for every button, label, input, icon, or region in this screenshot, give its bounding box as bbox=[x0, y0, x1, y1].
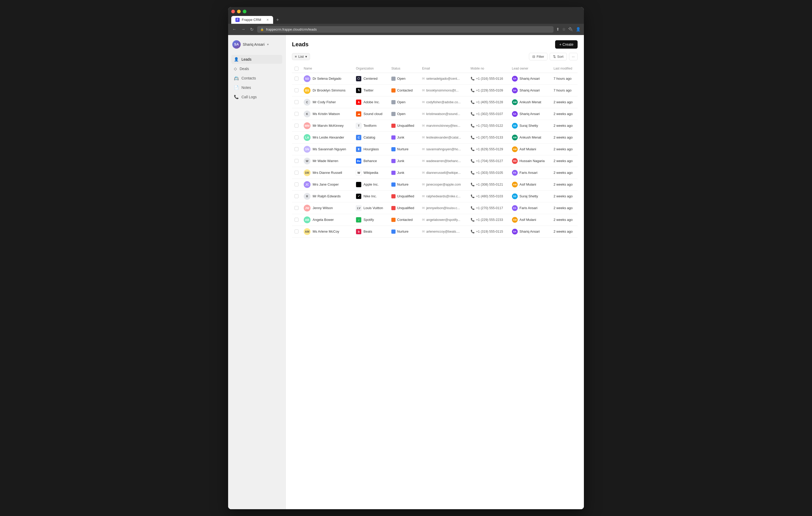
avatar: JC bbox=[304, 181, 311, 188]
table-row[interactable]: LA Mrs Leslie Alexander C Catalog Junk ✉… bbox=[292, 131, 578, 143]
back-button[interactable]: ← bbox=[231, 26, 237, 33]
modified-cell: 2 weeks ago bbox=[551, 225, 578, 237]
table-row[interactable]: JC Mrs Jane Cooper Apple Inc. Nurture ✉ … bbox=[292, 179, 578, 190]
owner-cell: SA Shariq Ansari bbox=[512, 76, 548, 82]
table-row[interactable]: K Ms Kristin Watson ☁ Sound cloud Open ✉… bbox=[292, 108, 578, 120]
close-button[interactable] bbox=[231, 10, 235, 13]
owner-cell: AM Ankush Menat bbox=[512, 134, 548, 140]
minimize-button[interactable] bbox=[237, 10, 241, 13]
table-row[interactable]: SD Dr Selena Delgado ⬡ Centered Open ✉ s… bbox=[292, 73, 578, 85]
modified-cell: 2 weeks ago bbox=[551, 131, 578, 143]
lead-name-cell: SD Dr Selena Delgado bbox=[304, 75, 351, 82]
email-cell: ✉ angelabower@spotify... bbox=[422, 218, 465, 222]
owner-name: Hussain Nagaria bbox=[520, 159, 545, 163]
table-row[interactable]: BS Dr Brooklyn Simmons 𝕏 Twitter Contact… bbox=[292, 85, 578, 96]
create-button[interactable]: + Create bbox=[555, 40, 578, 49]
active-tab[interactable]: F Frappe CRM ✕ bbox=[231, 16, 273, 24]
address-bar[interactable]: 🔒 frappecrm.frappe.cloud/crm/leads bbox=[257, 26, 554, 33]
email-icon: ✉ bbox=[422, 218, 425, 222]
modified-cell: 2 weeks ago bbox=[551, 155, 578, 167]
row-checkbox[interactable] bbox=[295, 112, 298, 116]
email-value: marvinmckinney@tex... bbox=[426, 124, 460, 127]
phone-value: +1 (308) 555-0121 bbox=[476, 183, 503, 186]
new-tab-button[interactable]: + bbox=[274, 16, 281, 24]
sidebar-item-notes[interactable]: 📄 Notes bbox=[231, 83, 282, 92]
row-checkbox[interactable] bbox=[295, 147, 298, 151]
sidebar-item-deals[interactable]: ◇ Deals bbox=[231, 64, 282, 73]
user-menu[interactable]: SA Shariq Ansari ▾ bbox=[231, 39, 282, 50]
lead-name-cell: SN Ms Savannah Nguyen bbox=[304, 146, 351, 153]
status-cell: Open bbox=[392, 77, 417, 81]
table-row[interactable]: JW Jenny Wilson LV Louis Vuitton Unquali… bbox=[292, 202, 578, 214]
row-checkbox[interactable] bbox=[295, 124, 298, 127]
row-checkbox[interactable] bbox=[295, 159, 298, 163]
row-checkbox[interactable] bbox=[295, 230, 298, 234]
select-all-checkbox[interactable] bbox=[295, 67, 298, 70]
table-row[interactable]: MM Mr Marvin McKinney T Textform Unquali… bbox=[292, 120, 578, 131]
table-row[interactable]: C Mr Cody Fisher A Adobe Inc. Open ✉ cod… bbox=[292, 96, 578, 108]
modified-cell: 2 weeks ago bbox=[551, 167, 578, 179]
status-cell: Open bbox=[392, 100, 417, 104]
lead-name-cell: BS Dr Brooklyn Simmons bbox=[304, 87, 351, 94]
view-selector[interactable]: ≡ List ▾ bbox=[292, 53, 310, 60]
owner-avatar: SA bbox=[512, 76, 518, 82]
table-row[interactable]: AM Ms Arlene McCoy b Beats Nurture ✉ arl… bbox=[292, 225, 578, 237]
lead-name-cell: JC Mrs Jane Cooper bbox=[304, 181, 351, 188]
share-icon[interactable]: ⬆ bbox=[556, 27, 559, 32]
forward-button[interactable]: → bbox=[240, 26, 246, 33]
row-checkbox[interactable] bbox=[295, 171, 298, 175]
sidebar-item-call-logs[interactable]: 📞 Call Logs bbox=[231, 93, 282, 101]
modified-cell: 2 weeks ago bbox=[551, 214, 578, 225]
profile-icon[interactable]: 👤 bbox=[576, 27, 581, 32]
filter-button[interactable]: ⊟ Filter bbox=[529, 53, 548, 60]
row-checkbox[interactable] bbox=[295, 182, 298, 186]
more-options-button[interactable]: ··· bbox=[569, 53, 578, 60]
org-logo: ☁ bbox=[356, 111, 361, 117]
refresh-button[interactable]: ↻ bbox=[249, 26, 255, 33]
table-row[interactable]: SN Ms Savannah Nguyen ⧗ Hourglass Nurtur… bbox=[292, 143, 578, 155]
phone-cell: 📞 +1 (302) 555-0107 bbox=[471, 112, 507, 116]
row-checkbox[interactable] bbox=[295, 100, 298, 104]
owner-cell: SS Suraj Shetty bbox=[512, 193, 548, 199]
phone-icon: 📞 bbox=[471, 88, 475, 92]
owner-name: Ankush Menat bbox=[520, 100, 541, 104]
status-cell: Junk bbox=[392, 135, 417, 140]
lead-name-cell: LA Mrs Leslie Alexander bbox=[304, 134, 351, 141]
email-value: savannahnguyen@ho... bbox=[426, 147, 461, 151]
phone-cell: 📞 +1 (308) 555-0121 bbox=[471, 182, 507, 186]
table-row[interactable]: AB Angela Bower ♪ Spotify Contacted ✉ an… bbox=[292, 214, 578, 225]
sidebar-item-leads[interactable]: 👤 Leads bbox=[231, 55, 282, 64]
phone-value: +1 (704) 555-0127 bbox=[476, 159, 503, 163]
tab-bar: F Frappe CRM ✕ + bbox=[231, 16, 581, 24]
table-row[interactable]: W Mr Wade Warren Be Behance Junk ✉ wadew… bbox=[292, 155, 578, 167]
table-row[interactable]: DR Mrs Dianne Russell W Wikipedia Junk ✉… bbox=[292, 167, 578, 179]
email-icon: ✉ bbox=[422, 171, 425, 175]
row-checkbox[interactable] bbox=[295, 194, 298, 198]
row-checkbox[interactable] bbox=[295, 88, 298, 92]
chevron-down-icon: ▾ bbox=[305, 55, 307, 59]
status-cell: Unqualified bbox=[392, 194, 417, 199]
sort-button[interactable]: ⇅ Sort bbox=[550, 53, 567, 60]
fullscreen-button[interactable] bbox=[243, 10, 246, 13]
status-label: Junk bbox=[397, 159, 404, 163]
org-name: Spotify bbox=[364, 218, 374, 222]
row-checkbox[interactable] bbox=[295, 206, 298, 210]
lead-name: Mr Marvin McKinney bbox=[313, 124, 344, 127]
org-cell: ✓ Nike Inc. bbox=[356, 193, 386, 199]
bookmark-icon[interactable]: ☆ bbox=[562, 27, 566, 32]
owner-name: Asif Mulani bbox=[520, 182, 536, 186]
row-checkbox[interactable] bbox=[295, 135, 298, 139]
org-name: Louis Vuitton bbox=[364, 206, 383, 210]
owner-name: Suraj Shetty bbox=[520, 124, 538, 127]
tab-close-button[interactable]: ✕ bbox=[266, 18, 269, 22]
toolbar-actions: ⊟ Filter ⇅ Sort ··· bbox=[529, 53, 578, 60]
phone-cell: 📞 +1 (405) 555-0128 bbox=[471, 100, 507, 104]
sidebar-item-contacts[interactable]: 📇 Contacts bbox=[231, 74, 282, 83]
extension-icon[interactable]: 🔌 bbox=[568, 27, 573, 32]
email-value: selenadelgado@cent... bbox=[426, 77, 460, 81]
row-checkbox[interactable] bbox=[295, 77, 298, 81]
row-checkbox[interactable] bbox=[295, 218, 298, 222]
avatar: R bbox=[304, 193, 311, 200]
table-row[interactable]: R Mr Ralph Edwards ✓ Nike Inc. Unqualifi… bbox=[292, 190, 578, 202]
org-logo: A bbox=[356, 99, 361, 105]
